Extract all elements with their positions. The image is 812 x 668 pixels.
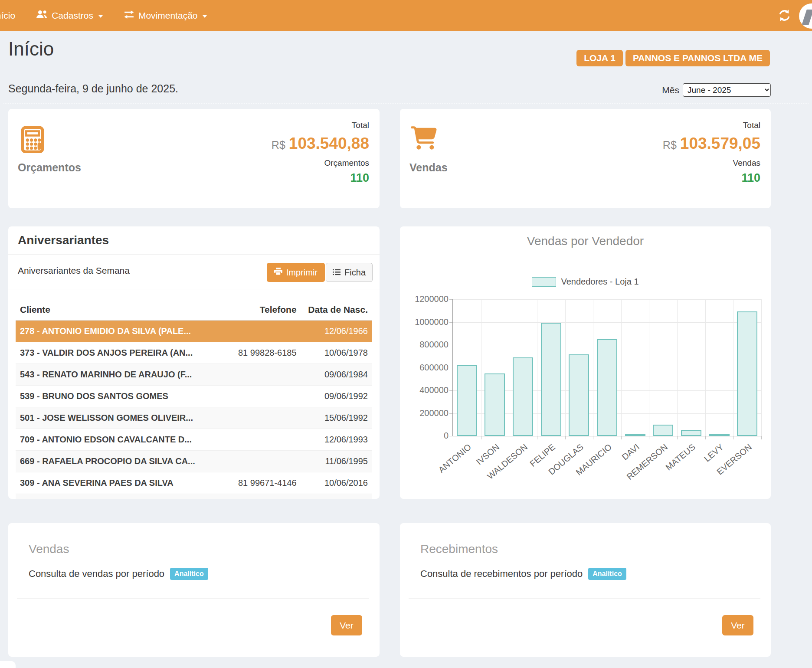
x-tick	[593, 436, 593, 439]
recebimentos-report-text: Consulta de recebimentos por período	[420, 568, 583, 580]
table-row[interactable]: 669 - RAFAELA PROCOPIO DA SILVA CA... 11…	[16, 451, 372, 472]
cell-cliente: 309 - ANA SEVERINA PAES DA SILVA	[16, 472, 215, 494]
x-tick	[733, 436, 733, 439]
y-axis-label: 1200000	[400, 294, 449, 304]
table-header-row: Cliente Telefone Data de Nasc.	[16, 299, 372, 321]
legend-swatch	[532, 277, 556, 287]
bar-IVSON	[485, 373, 505, 436]
currency-symbol: R$	[663, 139, 677, 151]
aniversariantes-title: Aniversariantes	[18, 233, 109, 247]
gridline-v	[452, 299, 453, 436]
nav-inicio-label: Início	[0, 10, 15, 21]
table-row[interactable]: 709 - ANTONIO EDSON CAVALCANTE D... 12/0…	[16, 429, 372, 451]
month-select[interactable]: June - 2025	[683, 83, 771, 97]
cell-nascimento: 15/06/1992	[301, 407, 372, 429]
bar-REMERSON	[653, 425, 673, 436]
cell-telefone: 81 99828-6185	[215, 342, 301, 364]
ver-vendas-button[interactable]: Ver	[331, 615, 362, 635]
bar-MATEUS	[681, 430, 701, 436]
bar-ANTONIO	[457, 365, 477, 436]
gridline-v	[705, 299, 706, 436]
y-axis-label: 200000	[400, 408, 449, 418]
vendas-total-value: R$103.579,05	[663, 134, 760, 153]
x-tick	[537, 436, 537, 439]
col-cliente: Cliente	[16, 299, 215, 321]
x-tick	[509, 436, 509, 439]
next-card-peek	[0, 661, 16, 668]
table-row[interactable]: 501 - JOSE WELISSON GOMES OLIVEIR... 15/…	[16, 407, 372, 429]
cell-nascimento: 12/06/1993	[301, 429, 372, 451]
y-axis-label: 400000	[400, 385, 449, 395]
orcamentos-total-value: R$103.540,88	[272, 134, 369, 153]
y-axis-label: 600000	[400, 363, 449, 373]
page-title: Início	[8, 38, 54, 60]
cell-nascimento: 11/06/1995	[301, 451, 372, 472]
cell-cliente: 669 - RAFAELA PROCOPIO DA SILVA CA...	[16, 451, 215, 472]
y-axis-label: 0	[400, 431, 449, 441]
cell-telefone: 81 99671-4146	[215, 472, 301, 494]
nav-item-cadastros[interactable]: Cadastros	[26, 0, 113, 31]
table-row[interactable]: 373 - VALDIR DOS ANJOS PEREIRA (AN... 81…	[16, 342, 372, 364]
aniversariantes-card: Aniversariantes Aniversariantes da Seman…	[8, 226, 380, 499]
imprimir-label: Imprimir	[286, 268, 318, 278]
refresh-icon[interactable]	[779, 10, 790, 23]
legend-label: Vendedores - Loja 1	[561, 277, 638, 287]
table-row[interactable]: 616 - ADRIANO XAVIER DA PAZ (BALAÚ) 09/0…	[16, 494, 372, 499]
recebimentos-report-title: Recebimentos	[420, 542, 498, 556]
table-row[interactable]: 543 - RENATO MARINHO DE ARAUJO (F... 09/…	[16, 364, 372, 386]
x-tick	[565, 436, 566, 439]
y-axis-label: 800000	[400, 340, 449, 350]
vendas-report-card: Vendas Consulta de vendas por período An…	[8, 523, 380, 657]
calculator-icon	[19, 126, 46, 155]
nav-movimentacao-label: Movimentação	[138, 10, 198, 21]
store-button[interactable]: LOJA 1	[576, 50, 623, 66]
gridline-v	[565, 299, 566, 436]
cell-nascimento: 09/06/1984	[301, 364, 372, 386]
chart-legend: Vendedores - Loja 1	[400, 277, 771, 287]
shopping-cart-icon	[411, 126, 437, 151]
cell-cliente: 709 - ANTONIO EDSON CAVALCANTE D...	[16, 429, 215, 451]
orcamentos-count: 110	[272, 171, 369, 185]
col-nascimento: Data de Nasc.	[301, 299, 372, 321]
table-row[interactable]: 309 - ANA SEVERINA PAES DA SILVA 81 9967…	[16, 472, 372, 494]
nav-item-inicio[interactable]: Início	[0, 0, 26, 31]
bar-FELIPE	[541, 323, 561, 436]
company-button[interactable]: PANNOS E PANNOS LTDA ME	[625, 50, 770, 66]
divider	[8, 289, 380, 289]
bar-chart-plot	[453, 299, 761, 436]
gridline-h	[453, 436, 761, 436]
recebimentos-report-card: Recebimentos Consulta de recebimentos po…	[400, 523, 771, 657]
cell-nascimento: 09/06/2020	[301, 494, 372, 499]
bar-DAVI	[625, 434, 645, 436]
cell-telefone	[215, 364, 301, 386]
x-tick	[621, 436, 622, 439]
table-row[interactable]: 278 - ANTONIO EMIDIO DA SILVA (PALE... 1…	[16, 321, 372, 342]
exchange-icon	[124, 10, 134, 21]
imprimir-button[interactable]: Imprimir	[267, 263, 325, 282]
vendas-amount: 103.579,05	[680, 134, 760, 152]
divider	[17, 598, 369, 599]
printer-icon	[274, 268, 282, 278]
table-row[interactable]: 539 - BRUNO DOS SANTOS GOMES 09/06/1992	[16, 386, 372, 407]
vendas-por-vendedor-card: Vendas por Vendedor Vendedores - Loja 1 …	[400, 226, 771, 499]
month-label: Mês	[662, 85, 679, 95]
gridline-v	[733, 299, 733, 436]
cell-telefone	[215, 407, 301, 429]
ver-recebimentos-button[interactable]: Ver	[722, 615, 753, 635]
gridline-v	[621, 299, 622, 436]
y-tick	[449, 436, 453, 436]
x-tick	[705, 436, 706, 439]
divider	[8, 254, 380, 255]
aniversariantes-subtitle: Aniversariantes da Semana	[18, 265, 130, 276]
x-tick	[677, 436, 678, 439]
nav-item-movimentacao[interactable]: Movimentação	[113, 0, 218, 31]
currency-symbol: R$	[272, 139, 285, 151]
bar-EVERSON	[737, 311, 757, 436]
y-axis-label: 1000000	[400, 317, 449, 327]
ficha-button[interactable]: Ficha	[326, 263, 373, 282]
cell-nascimento: 10/06/1978	[301, 342, 372, 364]
x-tick	[453, 436, 453, 439]
orcamentos-summary-card: Orçamentos Total R$103.540,88 Orçamentos…	[8, 109, 380, 208]
cell-cliente: 616 - ADRIANO XAVIER DA PAZ (BALAÚ)	[16, 494, 215, 499]
cell-cliente: 543 - RENATO MARINHO DE ARAUJO (F...	[16, 364, 215, 386]
